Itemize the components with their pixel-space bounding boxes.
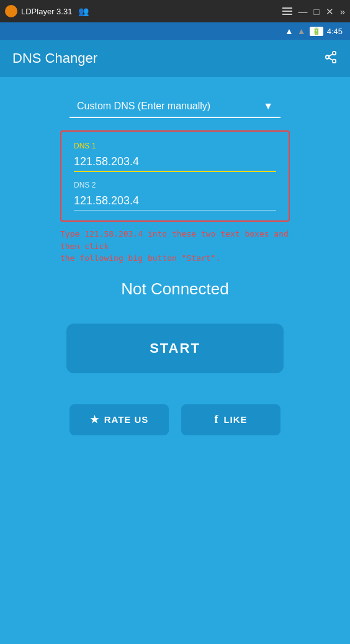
dns1-field: DNS 1 [74,142,276,172]
app-title: DNS Changer [12,50,97,66]
like-label: LIKE [223,414,247,425]
titlebar-left: LDPlayer 3.31 👥 [5,5,89,17]
star-icon: ★ [90,414,99,425]
more-button[interactable]: » [340,7,345,16]
titlebar-controls: — □ ✕ » [282,7,345,16]
dns-dropdown-container: Custom DNS (Enter manually) ▼ [70,96,280,118]
connection-status: Not Connected [121,279,228,299]
dns2-label: DNS 2 [74,181,276,189]
chevron-down-icon: ▼ [263,101,273,112]
battery-icon: 🔋 [310,27,323,36]
status-time: 4:45 [327,27,343,36]
hamburger-menu[interactable] [282,7,292,15]
dns-dropdown[interactable]: Custom DNS (Enter manually) ▼ [70,96,280,118]
dns1-input[interactable] [74,153,276,172]
rate-us-button[interactable]: ★ RATE US [70,404,169,435]
dropdown-label: Custom DNS (Enter manually) [77,101,210,112]
titlebar-title: LDPlayer 3.31 [21,7,72,16]
statusbar: ▲ ▲ 🔋 4:45 [0,22,350,40]
app-content: Custom DNS (Enter manually) ▼ DNS 1 DNS … [0,77,350,644]
like-button[interactable]: f LIKE [181,404,280,435]
statusbar-icons: ▲ ▲ 🔋 4:45 [285,26,343,36]
facebook-icon: f [214,413,218,426]
svg-line-3 [329,58,333,60]
app-header: DNS Changer [0,40,350,77]
start-button[interactable]: START [66,324,284,373]
dns1-label: DNS 1 [74,142,276,150]
instruction-text: Type 121.58.203.4 into these two text bo… [60,228,290,265]
wifi-icon: ▲ [285,26,294,36]
close-button[interactable]: ✕ [326,7,334,16]
dns2-field: DNS 2 [74,181,276,211]
share-icon[interactable] [324,50,338,67]
rate-us-label: RATE US [104,414,149,425]
signal-icon: ▲ [297,26,306,36]
bottom-buttons: ★ RATE US f LIKE [70,404,280,435]
app-container: DNS Changer Custom DNS (Enter manually) … [0,40,350,644]
ldplayer-logo-icon [5,5,17,17]
titlebar: LDPlayer 3.31 👥 — □ ✕ » [0,0,350,22]
minimize-button[interactable]: — [298,7,308,16]
titlebar-extra-icon: 👥 [78,6,89,16]
dns2-input[interactable] [74,192,276,211]
dns-input-box: DNS 1 DNS 2 [60,130,290,222]
maximize-button[interactable]: □ [314,7,320,16]
svg-line-4 [329,53,333,56]
